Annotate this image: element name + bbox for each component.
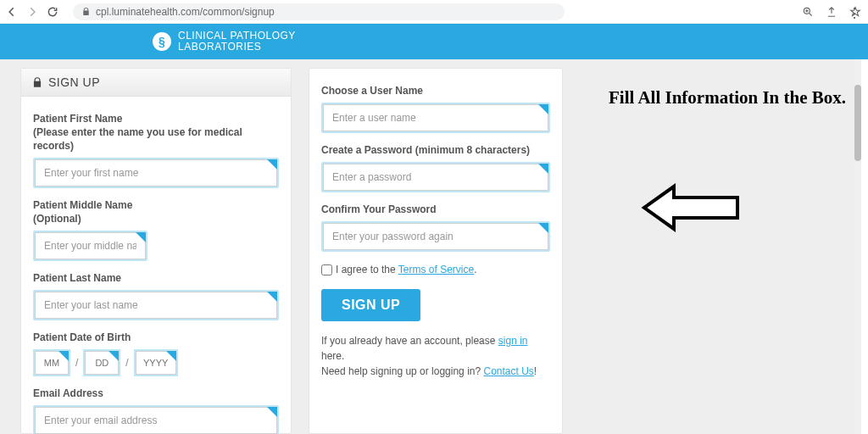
terms-row: I agree to the Terms of Service. bbox=[321, 264, 550, 275]
middle-name-input[interactable] bbox=[35, 232, 146, 259]
signup-card-left: SIGN UP Patient First Name(Please enter … bbox=[20, 68, 292, 434]
confirm-password-input[interactable] bbox=[323, 223, 548, 250]
card-header: SIGN UP bbox=[21, 69, 291, 97]
last-name-input[interactable] bbox=[35, 292, 277, 319]
dob-row: / / bbox=[33, 349, 279, 376]
signup-button[interactable]: SIGN UP bbox=[321, 289, 420, 321]
back-button[interactable] bbox=[5, 5, 19, 19]
signin-link[interactable]: sign in bbox=[498, 335, 528, 347]
signup-card-right: Choose a User Name Create a Password (mi… bbox=[309, 68, 563, 434]
terms-text: I agree to the Terms of Service. bbox=[336, 264, 477, 275]
page-body: SIGN UP Patient First Name(Please enter … bbox=[0, 59, 861, 434]
first-name-label: Patient First Name(Please enter the name… bbox=[33, 112, 279, 153]
first-name-input[interactable] bbox=[35, 159, 277, 186]
share-icon[interactable] bbox=[826, 6, 837, 18]
contact-link[interactable]: Contact Us bbox=[483, 365, 533, 377]
last-name-label: Patient Last Name bbox=[33, 271, 279, 285]
middle-name-label: Patient Middle Name(Optional) bbox=[33, 198, 279, 225]
browser-toolbar: cpl.luminatehealth.com/common/signup bbox=[0, 0, 868, 24]
email-input[interactable] bbox=[35, 407, 277, 434]
zoom-icon[interactable] bbox=[802, 6, 814, 18]
annotation-arrow-icon bbox=[640, 182, 742, 233]
password-label: Create a Password (minimum 8 characters) bbox=[321, 143, 550, 157]
lock-icon bbox=[31, 76, 43, 88]
terms-checkbox[interactable] bbox=[321, 264, 332, 275]
dob-sep: / bbox=[75, 357, 78, 369]
brand-bar: § CLINICAL PATHOLOGY LABORATORIES bbox=[0, 24, 868, 59]
dob-label: Patient Date of Birth bbox=[33, 331, 279, 344]
forward-button[interactable] bbox=[25, 5, 39, 19]
password-input[interactable] bbox=[323, 164, 548, 191]
dob-sep: / bbox=[125, 357, 128, 369]
terms-link[interactable]: Terms of Service bbox=[398, 264, 474, 275]
help-text: If you already have an account, please s… bbox=[321, 333, 550, 379]
username-input[interactable] bbox=[323, 104, 548, 131]
brand-logo-icon: § bbox=[153, 32, 171, 51]
confirm-password-label: Confirm Your Password bbox=[321, 203, 550, 216]
annotation-text: Fill All Information In the Box. bbox=[609, 86, 854, 108]
scrollbar-thumb[interactable] bbox=[854, 85, 861, 161]
lock-icon bbox=[81, 7, 91, 16]
email-label: Email Address bbox=[33, 387, 279, 400]
menu-dots-icon[interactable]: ⋮ bbox=[848, 5, 861, 21]
reload-button[interactable] bbox=[46, 5, 59, 19]
brand-text: CLINICAL PATHOLOGY LABORATORIES bbox=[178, 31, 296, 53]
url-text: cpl.luminatehealth.com/common/signup bbox=[96, 6, 275, 18]
url-bar[interactable]: cpl.luminatehealth.com/common/signup bbox=[73, 3, 565, 20]
username-label: Choose a User Name bbox=[321, 84, 550, 97]
card-title: SIGN UP bbox=[48, 75, 100, 89]
